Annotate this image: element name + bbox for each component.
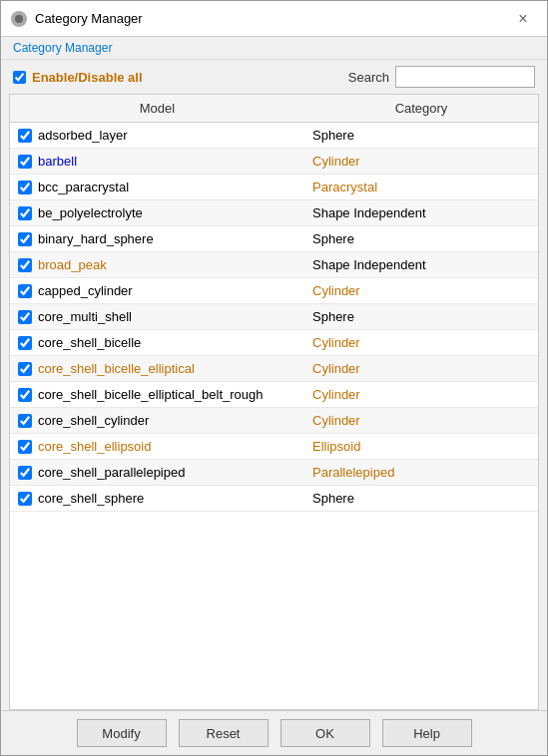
row-model-cell: capped_cylinder [10,280,304,301]
table-row: broad_peak Shape Independent [10,252,538,278]
model-name: core_shell_bicelle [38,335,141,350]
row-category-cell: Cylinder [304,410,538,431]
row-checkbox[interactable] [18,232,32,246]
table-row: barbell Cylinder [10,149,538,175]
model-name: core_multi_shell [38,309,132,324]
footer: Modify Reset OK Help [1,710,547,755]
table-row: core_shell_sphere Sphere [10,486,538,512]
model-name: core_shell_sphere [38,491,144,506]
row-model-cell: be_polyelectrolyte [10,202,304,223]
window-title: Category Manager [35,11,143,26]
row-checkbox[interactable] [18,155,32,169]
table-row: core_shell_cylinder Cylinder [10,408,538,434]
col-header-category: Category [304,99,538,118]
row-category-cell: Sphere [304,488,538,509]
row-checkbox[interactable] [18,129,32,143]
row-checkbox[interactable] [18,310,32,324]
model-name: adsorbed_layer [38,128,128,143]
row-model-cell: binary_hard_sphere [10,228,304,249]
model-name: core_shell_bicelle_elliptical [38,361,195,376]
row-checkbox[interactable] [18,258,32,272]
row-checkbox[interactable] [18,284,32,298]
table-row: core_shell_bicelle_elliptical_belt_rough… [10,382,538,408]
help-button[interactable]: Help [382,719,472,747]
table-body: adsorbed_layer Sphere barbell Cylinder b… [10,123,538,709]
row-category-cell: Cylinder [304,151,538,172]
row-checkbox[interactable] [18,206,32,220]
search-label: Search [348,70,389,85]
table-row: core_multi_shell Sphere [10,304,538,330]
row-checkbox[interactable] [18,466,32,480]
row-model-cell: broad_peak [10,254,304,275]
table-row: capped_cylinder Cylinder [10,278,538,304]
ok-button[interactable]: OK [280,719,370,747]
model-name: core_shell_cylinder [38,413,149,428]
row-model-cell: core_shell_parallelepiped [10,462,304,483]
row-checkbox[interactable] [18,336,32,350]
row-category-cell: Cylinder [304,358,538,379]
row-model-cell: core_shell_cylinder [10,410,304,431]
table-row: bcc_paracrystal Paracrystal [10,175,538,200]
col-header-model: Model [10,99,304,118]
row-category-cell: Shape Independent [304,254,538,275]
main-window: Category Manager × Category Manager Enab… [0,0,548,756]
row-category-cell: Sphere [304,228,538,249]
row-category-cell: Sphere [304,306,538,327]
row-category-cell: Cylinder [304,280,538,301]
titlebar: Category Manager × [1,1,547,37]
table-row: binary_hard_sphere Sphere [10,226,538,252]
table-row: adsorbed_layer Sphere [10,123,538,149]
row-category-cell: Sphere [304,125,538,146]
close-button[interactable]: × [509,8,537,30]
row-model-cell: core_shell_bicelle_elliptical [10,358,304,379]
row-model-cell: barbell [10,151,304,172]
row-category-cell: Parallelepiped [304,462,538,483]
table-header: Model Category [10,95,538,123]
table-row: core_shell_bicelle Cylinder [10,330,538,356]
model-name: bcc_paracrystal [38,180,129,194]
enable-disable-area: Enable/Disable all [13,70,143,85]
titlebar-left: Category Manager [11,11,143,27]
row-checkbox[interactable] [18,362,32,376]
row-model-cell: bcc_paracrystal [10,177,304,197]
model-name: core_shell_parallelepiped [38,465,185,480]
row-category-cell: Cylinder [304,332,538,353]
row-category-cell: Shape Independent [304,202,538,223]
table-row: core_shell_bicelle_elliptical Cylinder [10,356,538,382]
reset-button[interactable]: Reset [179,719,269,747]
row-category-cell: Cylinder [304,384,538,405]
row-checkbox[interactable] [18,440,32,454]
row-model-cell: core_multi_shell [10,306,304,327]
search-input[interactable] [395,66,535,88]
model-name: core_shell_ellipsoid [38,439,151,454]
model-name: core_shell_bicelle_elliptical_belt_rough [38,387,263,402]
row-model-cell: core_shell_bicelle [10,332,304,353]
model-name: be_polyelectrolyte [38,205,143,220]
enable-disable-label[interactable]: Enable/Disable all [32,70,143,85]
table-container: Model Category adsorbed_layer Sphere bar… [9,94,539,710]
row-category-cell: Paracrystal [304,177,538,197]
modify-button[interactable]: Modify [77,719,167,747]
breadcrumb: Category Manager [1,37,547,60]
row-model-cell: core_shell_ellipsoid [10,436,304,457]
table-row: core_shell_ellipsoid Ellipsoid [10,434,538,460]
model-name: broad_peak [38,257,107,272]
row-checkbox[interactable] [18,388,32,402]
window-icon [11,11,27,27]
model-name: barbell [38,154,77,169]
row-checkbox[interactable] [18,492,32,506]
row-category-cell: Ellipsoid [304,436,538,457]
model-name: capped_cylinder [38,283,133,298]
row-checkbox[interactable] [18,181,32,194]
row-checkbox[interactable] [18,414,32,428]
toolbar: Enable/Disable all Search [1,60,547,94]
table-row: be_polyelectrolyte Shape Independent [10,200,538,226]
row-model-cell: core_shell_sphere [10,488,304,509]
row-model-cell: core_shell_bicelle_elliptical_belt_rough [10,384,304,405]
enable-disable-checkbox[interactable] [13,71,26,84]
row-model-cell: adsorbed_layer [10,125,304,146]
model-name: binary_hard_sphere [38,231,154,246]
table-row: core_shell_parallelepiped Parallelepiped [10,460,538,486]
search-area: Search [348,66,535,88]
